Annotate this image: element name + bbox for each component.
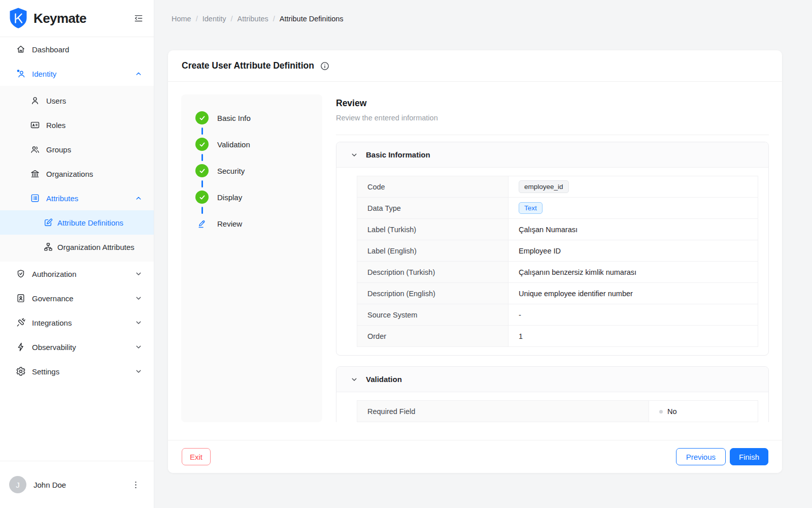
org-chart-icon (43, 242, 53, 252)
review-row-required-field: Required FieldNo (357, 401, 758, 422)
step-label: Security (217, 167, 245, 175)
divider (336, 135, 769, 135)
step-check-circle-icon (195, 190, 209, 204)
exit-button[interactable]: Exit (182, 448, 211, 465)
review-row-order: Order1 (357, 326, 758, 347)
sidebar-item-label: Observability (32, 343, 76, 352)
breadcrumb-item-identity[interactable]: Identity (202, 15, 226, 23)
review-step-title: Review (336, 97, 769, 109)
wizard-step-review[interactable]: Review (195, 217, 322, 230)
review-content-area: Review Review the entered information Ba… (336, 97, 769, 422)
row-value: Employee ID (509, 240, 758, 262)
wizard-step-validation[interactable]: Validation (195, 138, 322, 151)
step-connector (201, 180, 203, 187)
sidebar-item-groups[interactable]: Groups (0, 137, 154, 162)
sidebar-item-label: Settings (32, 367, 59, 376)
identity-users-icon (16, 69, 26, 79)
value-text: Unique employee identifier number (519, 290, 633, 298)
review-row-code: Codeemployee_id (357, 176, 758, 198)
sidebar-item-label: Attributes (46, 194, 78, 203)
section-title: Validation (366, 375, 402, 384)
wizard-step-security[interactable]: Security (195, 164, 322, 177)
value-text: Employee ID (519, 247, 561, 255)
breadcrumb-label: Home (172, 15, 191, 23)
wizard-footer: Exit Previous Finish (168, 440, 782, 473)
sidebar-item-label: Users (46, 97, 66, 105)
sidebar-item-governance[interactable]: Governance (0, 286, 154, 310)
row-label: Label (Turkish) (357, 219, 509, 240)
lightning-icon (16, 342, 26, 352)
sidebar-item-observability[interactable]: Observability (0, 335, 154, 359)
value-text: Çalışanın benzersiz kimlik numarası (519, 268, 636, 276)
sidebar-item-authorization[interactable]: Authorization (0, 262, 154, 286)
user-name: John Doe (33, 481, 66, 489)
row-label: Order (357, 326, 509, 347)
row-value: 1 (509, 326, 758, 347)
shield-check-icon (16, 269, 26, 279)
menu-fold-icon[interactable] (132, 12, 145, 24)
row-value: employee_id (509, 176, 758, 198)
list-square-icon (30, 193, 40, 203)
breadcrumb-label: Identity (202, 15, 226, 23)
section-title: Basic Information (366, 150, 430, 159)
review-row-description-turkish: Description (Turkish)Çalışanın benzersiz… (357, 262, 758, 283)
info-circle-icon[interactable] (320, 61, 330, 71)
brand-name: Keymate (33, 11, 86, 26)
step-label: Validation (217, 140, 250, 149)
row-value: No (649, 401, 758, 422)
sidebar-item-integrations[interactable]: Integrations (0, 310, 154, 335)
value-text: - (519, 311, 521, 319)
breadcrumb-item-attribute-definitions: Attribute Definitions (280, 15, 344, 23)
sidebar-item-organizations[interactable]: Organizations (0, 162, 154, 186)
sidebar-item-users[interactable]: Users (0, 88, 154, 113)
sidebar-item-label: Groups (46, 145, 71, 154)
sidebar-item-organization-attributes[interactable]: Organization Attributes (0, 235, 154, 259)
review-row-label-english: Label (English)Employee ID (357, 240, 758, 262)
wizard-steps-panel: Basic InfoValidationSecurityDisplayRevie… (181, 94, 322, 422)
sidebar-item-roles[interactable]: Roles (0, 113, 154, 137)
breadcrumb-item-attributes[interactable]: Attributes (238, 15, 268, 23)
breadcrumb-separator: / (196, 15, 198, 23)
chevron-down-icon (133, 269, 144, 279)
sidebar-item-label: Authorization (32, 270, 77, 278)
section-header-validation[interactable]: Validation (336, 367, 768, 392)
sidebar-item-label: Organization Attributes (57, 243, 134, 251)
sidebar-item-dashboard[interactable]: Dashboard (0, 37, 154, 61)
breadcrumb-item-home[interactable]: Home (168, 15, 191, 23)
breadcrumb-separator: / (230, 15, 232, 23)
sidebar-item-settings[interactable]: Settings (0, 359, 154, 384)
row-value: Text (509, 198, 758, 219)
status-dot-icon (659, 410, 663, 414)
step-connector (201, 128, 203, 135)
sidebar-item-identity[interactable]: Identity (0, 61, 154, 86)
wizard-card-title: Create User Attribute Definition (182, 60, 314, 71)
sidebar-item-label: Governance (32, 294, 74, 303)
user-row[interactable]: J John Doe (0, 461, 154, 508)
chevron-down-icon (133, 293, 144, 303)
wizard-card-header: Create User Attribute Definition (168, 50, 782, 82)
previous-button[interactable]: Previous (676, 448, 726, 465)
edit-square-icon (43, 217, 53, 228)
review-row-label-turkish: Label (Turkish)Çalışan Numarası (357, 219, 758, 240)
review-row-source-system: Source System- (357, 304, 758, 326)
sidebar-item-label: Roles (46, 121, 65, 130)
user-menu-button[interactable] (129, 478, 143, 492)
step-check-circle-icon (195, 111, 209, 124)
section-header-basic-information[interactable]: Basic Information (336, 142, 768, 168)
step-label: Basic Info (217, 114, 251, 122)
step-check-circle-icon (195, 164, 209, 177)
review-section-validation: ValidationRequired FieldNo (336, 366, 769, 422)
sidebar-logo-row: Keymate (0, 0, 154, 37)
sidebar-item-attribute-definitions[interactable]: Attribute Definitions (0, 210, 154, 235)
breadcrumb-label: Attributes (238, 15, 268, 23)
home-icon (16, 44, 26, 54)
wizard-step-display[interactable]: Display (195, 190, 322, 204)
badge-text: No (667, 407, 677, 416)
finish-button[interactable]: Finish (730, 448, 768, 465)
sidebar-item-attributes[interactable]: Attributes (0, 186, 154, 210)
wizard-step-basic-info[interactable]: Basic Info (195, 111, 322, 124)
document-user-icon (16, 293, 26, 303)
step-label: Display (217, 193, 242, 202)
row-value: - (509, 304, 758, 326)
row-value: Unique employee identifier number (509, 283, 758, 304)
